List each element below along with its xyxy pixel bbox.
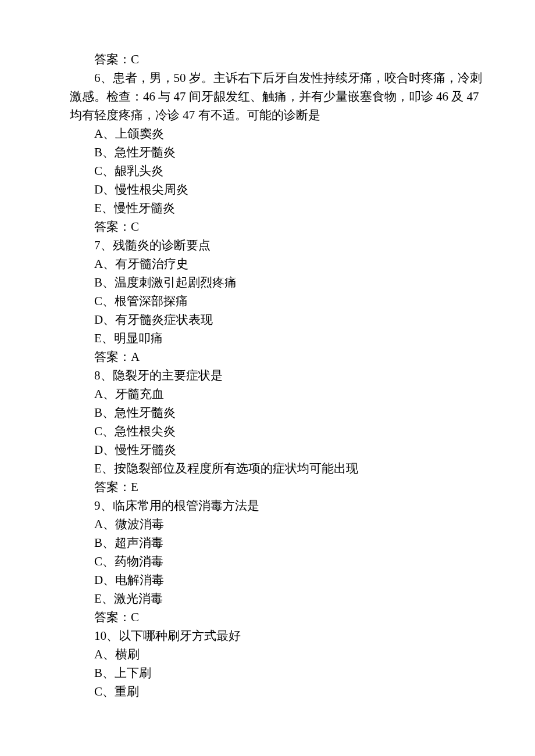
- q8-answer-value: E: [131, 480, 138, 494]
- q9-option-d: D、电解消毒: [70, 571, 535, 589]
- q9-answer-value: C: [131, 610, 139, 624]
- q7-option-d: D、有牙髓炎症状表现: [70, 310, 535, 329]
- q8-answer-prefix: 答案：: [94, 480, 131, 494]
- q10-option-b: B、上下刷: [70, 664, 535, 682]
- q6-answer-prefix: 答案：: [94, 220, 131, 234]
- q9-option-a: A、微波消毒: [70, 515, 535, 533]
- q8-option-e: E、按隐裂部位及程度所有选项的症状均可能出现: [70, 459, 535, 478]
- q6-answer-value: C: [131, 220, 139, 234]
- q10-option-c: C、重刷: [70, 682, 535, 701]
- q8-option-d: D、慢性牙髓炎: [70, 440, 535, 459]
- q6-option-e: E、慢性牙髓炎: [70, 199, 535, 217]
- q5-answer: 答案：C: [70, 50, 535, 69]
- q6-option-c: C、龈乳头炎: [70, 162, 535, 180]
- q6-stem-line-3: 均有轻度疼痛，冷诊 47 有不适。可能的诊断是: [70, 106, 535, 124]
- q7-option-c: C、根管深部探痛: [70, 292, 535, 310]
- q8-answer: 答案：E: [70, 478, 535, 496]
- q7-option-e: E、明显叩痛: [70, 329, 535, 347]
- q8-option-b: B、急性牙髓炎: [70, 403, 535, 422]
- q6-option-d: D、慢性根尖周炎: [70, 180, 535, 199]
- q6-answer: 答案：C: [70, 217, 535, 236]
- q7-answer: 答案：A: [70, 347, 535, 366]
- q7-answer-prefix: 答案：: [94, 350, 131, 364]
- q6-option-b: B、急性牙髓炎: [70, 143, 535, 162]
- q6-option-a: A、上颌窦炎: [70, 124, 535, 143]
- q9-option-c: C、药物消毒: [70, 552, 535, 571]
- q8-option-c: C、急性根尖炎: [70, 422, 535, 440]
- q7-option-a: A、有牙髓治疗史: [70, 255, 535, 273]
- q10-stem: 10、以下哪种刷牙方式最好: [70, 626, 535, 645]
- q7-option-b: B、温度刺激引起剧烈疼痛: [70, 273, 535, 292]
- q6-stem-line-2: 激感。检查：46 与 47 间牙龈发红、触痛，并有少量嵌塞食物，叩诊 46 及 …: [70, 87, 535, 106]
- q5-answer-value: C: [131, 52, 139, 66]
- q9-stem: 9、临床常用的根管消毒方法是: [70, 496, 535, 515]
- q7-answer-value: A: [131, 350, 140, 364]
- q5-answer-prefix: 答案：: [94, 52, 131, 66]
- q10-option-a: A、横刷: [70, 645, 535, 664]
- q9-answer-prefix: 答案：: [94, 610, 131, 624]
- q9-option-b: B、超声消毒: [70, 533, 535, 552]
- q7-stem: 7、残髓炎的诊断要点: [70, 236, 535, 255]
- q8-stem: 8、隐裂牙的主要症状是: [70, 366, 535, 385]
- q6-stem-line-1: 6、患者，男，50 岁。主诉右下后牙自发性持续牙痛，咬合时疼痛，冷刺: [70, 69, 535, 87]
- q9-answer: 答案：C: [70, 608, 535, 626]
- q8-option-a: A、牙髓充血: [70, 385, 535, 403]
- q9-option-e: E、激光消毒: [70, 589, 535, 608]
